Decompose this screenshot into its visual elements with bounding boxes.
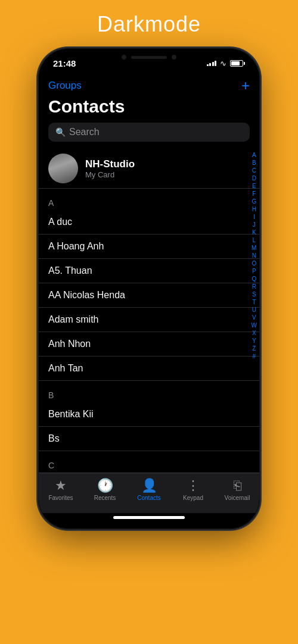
search-bar[interactable]: 🔍 Search (48, 123, 250, 142)
my-card-row[interactable]: NH-Studio My Card (39, 149, 259, 189)
alpha-v[interactable]: V (252, 314, 256, 321)
notch-camera (122, 55, 126, 60)
alpha-t[interactable]: T (252, 298, 256, 306)
tab-keypad[interactable]: ⋮ Keypad (171, 478, 215, 501)
avatar-image (48, 154, 78, 183)
add-contact-button[interactable]: + (241, 77, 250, 94)
contact-item[interactable]: Anh Nhon (39, 332, 259, 357)
alpha-c[interactable]: C (252, 167, 256, 174)
page-title: Darkmode (97, 12, 201, 37)
contact-item[interactable]: A5. Thuan (39, 259, 259, 283)
contact-item[interactable]: Bentika Kii (39, 402, 259, 427)
battery-icon (230, 60, 245, 67)
contact-item[interactable]: A duc (39, 210, 259, 235)
tab-voicemail[interactable]: ⎗ Voicemail (215, 478, 259, 501)
alpha-b[interactable]: B (252, 159, 256, 167)
alpha-j[interactable]: J (253, 221, 256, 229)
tab-contacts-label: Contacts (137, 495, 160, 501)
contact-item[interactable]: Adam smith (39, 308, 259, 332)
wifi-icon: ∿ (220, 59, 226, 68)
voicemail-icon: ⎗ (234, 478, 241, 493)
notch-speaker (131, 56, 167, 59)
alpha-l[interactable]: L (252, 236, 256, 244)
alpha-hash[interactable]: # (252, 352, 256, 360)
contact-item[interactable]: AA Nicolas Henda (39, 283, 259, 308)
home-indicator (113, 516, 185, 519)
alpha-q[interactable]: Q (252, 275, 256, 283)
alpha-a[interactable]: A (252, 151, 256, 159)
contact-item[interactable]: Anh Tan (39, 357, 259, 381)
bottom-area: ★ Favorites 🕐 Recents 👤 Contacts (39, 473, 259, 529)
groups-button[interactable]: Groups (48, 80, 82, 92)
screen: 21:48 ∿ Gr (39, 49, 259, 529)
alpha-p[interactable]: P (252, 267, 256, 275)
contact-item[interactable]: A Hoang Anh (39, 235, 259, 259)
contacts-header: Groups + Contacts 🔍 Search (39, 73, 259, 149)
contacts-icon: 👤 (141, 478, 157, 493)
alpha-x[interactable]: X (252, 329, 256, 337)
alpha-h[interactable]: H (252, 205, 256, 213)
my-card-name: NH-Studio (85, 158, 135, 170)
tab-keypad-label: Keypad (183, 495, 203, 501)
status-time: 21:48 (53, 58, 76, 68)
section-header-a: A (39, 189, 259, 210)
my-card-info: NH-Studio My Card (85, 158, 135, 179)
my-card-label: My Card (85, 170, 135, 179)
section-header-b: B (39, 381, 259, 402)
alpha-y[interactable]: Y (252, 337, 256, 345)
favorites-icon: ★ (55, 478, 67, 493)
alpha-i[interactable]: I (253, 213, 255, 221)
contacts-title: Contacts (48, 96, 250, 117)
section-header-c: C (39, 451, 259, 473)
signal-icon (207, 61, 217, 66)
notch-sensor (172, 55, 176, 60)
status-icons: ∿ (207, 59, 246, 68)
alpha-u[interactable]: U (252, 306, 256, 314)
alpha-e[interactable]: E (252, 182, 256, 190)
contacts-scroll[interactable]: NH-Studio My Card A A duc A Hoang Anh A5… (39, 149, 259, 473)
alpha-o[interactable]: O (252, 260, 256, 267)
avatar (48, 154, 78, 183)
tab-favorites[interactable]: ★ Favorites (39, 478, 83, 501)
alpha-f[interactable]: F (252, 190, 256, 198)
notch (101, 49, 197, 65)
alpha-m[interactable]: M (252, 244, 256, 252)
tab-voicemail-label: Voicemail (225, 495, 250, 501)
alpha-r[interactable]: R (252, 283, 256, 290)
alpha-d[interactable]: D (252, 174, 256, 182)
alpha-s[interactable]: S (252, 290, 256, 298)
tab-favorites-label: Favorites (48, 495, 73, 501)
alpha-z[interactable]: Z (252, 345, 256, 352)
tab-recents[interactable]: 🕐 Recents (83, 478, 127, 501)
alpha-k[interactable]: K (252, 229, 256, 236)
contact-item[interactable]: Bs (39, 427, 259, 451)
alpha-g[interactable]: G (252, 198, 256, 205)
tab-recents-label: Recents (94, 495, 116, 501)
alphabet-index[interactable]: A B C D E F G H I J K L M N O P Q (252, 149, 257, 362)
phone-frame: 21:48 ∿ Gr (39, 49, 259, 529)
header-nav: Groups + (48, 77, 250, 94)
keypad-icon: ⋮ (187, 478, 200, 493)
alpha-n[interactable]: N (252, 252, 256, 260)
search-placeholder: Search (69, 127, 100, 137)
search-icon: 🔍 (55, 127, 66, 137)
recents-icon: 🕐 (97, 478, 113, 493)
tab-contacts[interactable]: 👤 Contacts (127, 478, 171, 501)
alpha-w[interactable]: W (252, 321, 257, 329)
tab-bar: ★ Favorites 🕐 Recents 👤 Contacts (39, 473, 259, 513)
app-content: Groups + Contacts 🔍 Search NH-Studio (39, 73, 259, 529)
